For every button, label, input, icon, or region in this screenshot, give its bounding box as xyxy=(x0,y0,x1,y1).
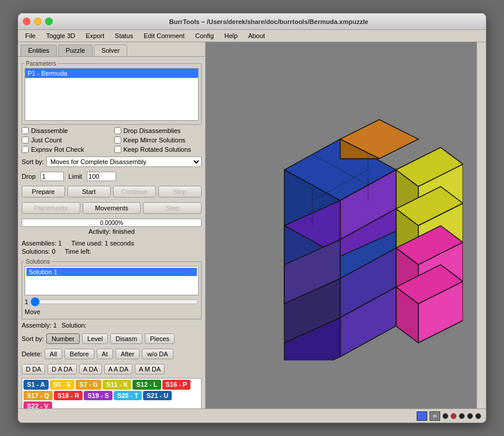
a-m-da-btn[interactable]: A M DA xyxy=(135,364,165,374)
keep-rotated-row: Keep Rotated Solutions xyxy=(114,146,202,153)
solutions-list[interactable]: Solution 1 xyxy=(25,266,199,295)
sort-by-buttons-row: Sort by: Number Level Disasm Pieces xyxy=(18,332,205,345)
menu-config[interactable]: Config xyxy=(190,31,219,40)
prepare-button[interactable]: Prepare xyxy=(22,186,65,197)
menu-edit-comment[interactable]: Edit Comment xyxy=(139,31,189,40)
d-da-btn[interactable]: D DA xyxy=(22,364,45,374)
right-checkboxes: Drop Disassemblies Keep Mirror Solutions… xyxy=(114,127,202,154)
delete-row: Delete: All Before At After w/o DA xyxy=(18,348,205,360)
disassemble-label: Disassemble xyxy=(31,127,68,134)
delete-before-btn[interactable]: Before xyxy=(64,349,94,359)
assembly-label: Assembly: 1 xyxy=(22,322,57,329)
right-scrollbar[interactable] xyxy=(476,42,486,408)
delete-after-btn[interactable]: After xyxy=(115,349,139,359)
activity-label: Activity: finished xyxy=(22,228,202,235)
view-icon-2[interactable] xyxy=(430,411,440,421)
piece-tag[interactable]: S16 - P xyxy=(162,380,191,390)
continue-button[interactable]: Continue xyxy=(113,186,156,197)
menu-toggle3d[interactable]: Toggle 3D xyxy=(42,31,80,40)
solution-slider[interactable] xyxy=(30,298,199,306)
stop-button[interactable]: Stop xyxy=(158,186,202,197)
sort-number-btn[interactable]: Number xyxy=(46,333,80,344)
drop-label: Drop xyxy=(22,173,36,180)
status-dot-1 xyxy=(442,413,448,419)
keep-rotated-checkbox[interactable] xyxy=(114,146,121,153)
sort-pieces-btn[interactable]: Pieces xyxy=(145,333,175,344)
tabs-row: Entities Puzzle Solver xyxy=(18,42,205,57)
piece-tag[interactable]: S22 - V xyxy=(23,401,52,408)
assemblies-label: Assemblies: 1 xyxy=(22,240,62,247)
cube-svg xyxy=(229,91,463,360)
a-a-da-btn[interactable]: A A DA xyxy=(104,364,132,374)
disassemble-row: Disassemble xyxy=(22,127,110,134)
limit-label: Limit xyxy=(69,173,82,180)
sort-by-select[interactable]: Moves for Complete Disassembly Number Le… xyxy=(46,156,202,167)
piece-tag[interactable]: S7 - G xyxy=(76,380,101,390)
main-content: Entities Puzzle Solver Parameters P1 - B… xyxy=(18,42,486,408)
action-buttons-row: Prepare Start Continue Stop xyxy=(18,185,205,199)
movements-button[interactable]: Movements xyxy=(83,202,141,214)
close-button[interactable] xyxy=(23,18,30,25)
left-panel: Entities Puzzle Solver Parameters P1 - B… xyxy=(18,42,206,408)
progress-text: 0.0000% xyxy=(22,219,201,226)
expnsv-rot-checkbox[interactable] xyxy=(22,146,29,153)
da-buttons-row: D DA D A DA A DA A A DA A M DA xyxy=(18,363,205,376)
status-dot-5 xyxy=(475,413,481,419)
menu-file[interactable]: File xyxy=(21,31,40,40)
just-count-row: Just Count xyxy=(22,137,110,144)
delete-wo-da-btn[interactable]: w/o DA xyxy=(142,349,173,359)
menu-export[interactable]: Export xyxy=(81,31,109,40)
solution-item[interactable]: Solution 1 xyxy=(26,268,197,276)
drop-disassemblies-checkbox[interactable] xyxy=(114,127,121,134)
menu-help[interactable]: Help xyxy=(220,31,243,40)
status-dot-3 xyxy=(459,413,465,419)
progress-section: 0.0000% Activity: finished xyxy=(18,217,205,239)
progress-bar-container: 0.0000% xyxy=(22,219,202,227)
just-count-checkbox[interactable] xyxy=(22,137,29,144)
start-button[interactable]: Start xyxy=(67,186,111,197)
piece-tag[interactable]: S5 - E xyxy=(50,380,75,390)
limit-input[interactable] xyxy=(87,172,116,181)
parameters-section: Parameters P1 - Bermuda xyxy=(22,60,202,125)
piece-tag[interactable]: S21 - U xyxy=(143,391,172,401)
cube-3d-view xyxy=(229,91,463,360)
minimize-button[interactable] xyxy=(34,18,42,25)
menu-about[interactable]: About xyxy=(243,31,270,40)
menu-status[interactable]: Status xyxy=(110,31,138,40)
keep-mirror-label: Keep Mirror Solutions xyxy=(124,137,186,144)
piece-tag[interactable]: S18 - R xyxy=(54,391,83,401)
piece-tag[interactable]: S20 - T xyxy=(114,391,142,401)
expnsv-rot-row: Expnsv Rot Check xyxy=(22,146,110,153)
tab-puzzle[interactable]: Puzzle xyxy=(58,45,93,56)
piece-tag[interactable]: S11 - K xyxy=(103,380,131,390)
piece-tag[interactable]: S19 - S xyxy=(84,391,113,401)
right-panel xyxy=(206,42,486,408)
piece-tag[interactable]: S17 - Q xyxy=(23,391,53,401)
keep-mirror-checkbox[interactable] xyxy=(114,137,121,144)
piece-tag[interactable]: S12 - L xyxy=(132,380,161,390)
d-a-da-btn[interactable]: D A DA xyxy=(47,364,76,374)
tab-entities[interactable]: Entities xyxy=(21,45,57,56)
maximize-button[interactable] xyxy=(45,18,53,25)
delete-all-btn[interactable]: All xyxy=(45,349,62,359)
sort-row: Sort by: Moves for Complete Disassembly … xyxy=(18,155,205,168)
drop-input[interactable] xyxy=(40,172,64,181)
disassemble-checkbox[interactable] xyxy=(22,127,29,134)
param-item[interactable]: P1 - Bermuda xyxy=(25,69,198,78)
tab-solver[interactable]: Solver xyxy=(94,45,127,56)
view-icon-1[interactable] xyxy=(417,411,427,421)
piece-tag[interactable]: S1 - A xyxy=(23,380,49,390)
window-title: BurrTools – /Users/derek/share/doc/burrt… xyxy=(56,18,481,25)
sort-disasm-btn[interactable]: Disasm xyxy=(110,333,142,344)
placements-button[interactable]: Placements xyxy=(22,202,80,214)
bottom-bar xyxy=(18,408,486,423)
parameters-list[interactable]: P1 - Bermuda xyxy=(25,68,199,121)
sort-level-btn[interactable]: Level xyxy=(82,333,108,344)
solution-label: Solution: xyxy=(62,322,87,329)
delete-at-btn[interactable]: At xyxy=(97,349,113,359)
left-checkboxes: Disassemble Just Count Expnsv Rot Check xyxy=(22,127,110,154)
parameters-label: Parameters xyxy=(25,60,57,67)
a-da-btn[interactable]: A DA xyxy=(79,364,102,374)
step-button[interactable]: Step xyxy=(143,202,202,214)
sort-by-label2: Sort by: xyxy=(22,335,44,342)
